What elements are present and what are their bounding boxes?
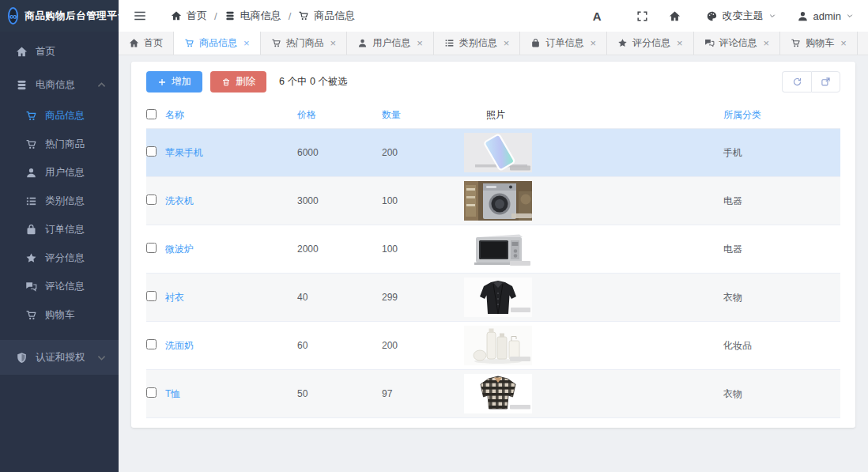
product-name-link[interactable]: 苹果手机 xyxy=(165,147,203,158)
product-name-link[interactable]: T恤 xyxy=(165,388,180,399)
tab-close-icon[interactable]: × xyxy=(840,38,847,48)
theme-dropdown[interactable]: 改变主题 xyxy=(706,9,776,23)
product-photo-microwave xyxy=(464,229,532,269)
row-checkbox[interactable] xyxy=(146,243,157,253)
user-icon xyxy=(797,10,809,22)
fullscreen-button[interactable] xyxy=(636,10,648,22)
breadcrumb-separator: / xyxy=(214,10,217,22)
hamburger-icon[interactable] xyxy=(133,9,147,23)
tab-hot-products[interactable]: 热门商品× xyxy=(261,32,348,55)
breadcrumb: 首页/电商信息/商品信息 xyxy=(171,9,355,23)
category-cell: 电器 xyxy=(701,225,840,274)
cart-icon xyxy=(791,38,801,48)
product-photo-washing-machine xyxy=(464,181,532,221)
tab-category-info[interactable]: 类别信息× xyxy=(434,32,521,55)
sidebar-section-auth[interactable]: 认证和授权 xyxy=(0,340,119,375)
product-table-body: 苹果手机6000200手机洗衣机3000100电器微波炉2000100电器衬衣4… xyxy=(146,129,840,418)
column-header-qty[interactable]: 数量 xyxy=(382,102,464,129)
palette-icon xyxy=(706,10,718,22)
table-tools xyxy=(782,71,840,93)
main-content: 增加 删除 6 个中 0 个被选 名称价格数量照片所属分类 苹果手机 xyxy=(119,55,868,472)
tab-order-info[interactable]: 订单信息× xyxy=(520,32,607,55)
fullscreen-icon xyxy=(636,10,648,22)
sidebar-item-home[interactable]: 首页 xyxy=(0,35,119,68)
product-photo-smartphone xyxy=(464,133,532,172)
refresh-icon xyxy=(792,77,802,87)
list-icon xyxy=(444,38,455,48)
sidebar-submenu-ecommerce-info: 商品信息热门商品用户信息类别信息订单信息评分信息评论信息购物车 xyxy=(0,101,119,329)
export-button[interactable] xyxy=(811,71,840,93)
cart-icon xyxy=(25,110,37,122)
product-name-link[interactable]: 洗衣机 xyxy=(165,195,194,206)
sidebar-item-user-info[interactable]: 用户信息 xyxy=(0,158,119,187)
tab-user-info[interactable]: 用户信息× xyxy=(347,32,434,55)
breadcrumb-home[interactable]: 首页 xyxy=(171,9,207,23)
product-name-link[interactable]: 洗面奶 xyxy=(165,340,194,351)
sidebar-item-hot-products[interactable]: 热门商品 xyxy=(0,130,119,158)
category-cell: 衣物 xyxy=(701,274,840,322)
tab-close-icon[interactable]: × xyxy=(590,38,596,48)
sidebar-item-cart[interactable]: 购物车 xyxy=(0,300,119,329)
topbar-right: A 改变主题 admin xyxy=(593,9,854,23)
refresh-button[interactable] xyxy=(782,71,811,93)
user-icon xyxy=(25,167,37,179)
qty-cell: 299 xyxy=(382,274,464,322)
product-photo-cleanser xyxy=(464,326,532,365)
product-table: 名称价格数量照片所属分类 苹果手机6000200手机洗衣机3000100电器微波… xyxy=(146,102,840,418)
checkbox-cell xyxy=(146,322,165,370)
tab-close-icon[interactable]: × xyxy=(677,38,683,48)
delete-button[interactable]: 删除 xyxy=(210,71,266,93)
list-icon xyxy=(25,195,37,207)
row-checkbox[interactable] xyxy=(146,387,157,398)
column-header-price[interactable]: 价格 xyxy=(297,102,382,129)
category-cell: 手机 xyxy=(701,129,840,177)
font-size-tool[interactable]: A xyxy=(593,9,602,23)
home-icon xyxy=(669,10,681,22)
selection-count-text: 6 个中 0 个被选 xyxy=(279,75,348,89)
tab-cart[interactable]: 购物车× xyxy=(780,32,858,55)
qty-cell: 100 xyxy=(382,225,464,274)
toolbar: 增加 删除 6 个中 0 个被选 xyxy=(146,71,840,93)
row-checkbox[interactable] xyxy=(146,194,157,205)
product-photo-black-shirt xyxy=(464,278,532,317)
product-name-link[interactable]: 衬衣 xyxy=(165,292,184,303)
sidebar-item-category-info[interactable]: 类别信息 xyxy=(0,187,119,215)
bag-icon xyxy=(530,38,541,48)
qty-cell: 200 xyxy=(382,129,464,177)
column-header-name[interactable]: 名称 xyxy=(165,102,297,129)
row-checkbox[interactable] xyxy=(146,339,157,349)
tab-close-icon[interactable]: × xyxy=(330,38,337,48)
tab-comment-info[interactable]: 评论信息× xyxy=(694,32,781,55)
tab-product-info[interactable]: 商品信息× xyxy=(174,32,261,55)
cart-icon xyxy=(25,138,37,150)
column-header-photo: 照片 xyxy=(464,102,701,129)
row-checkbox[interactable] xyxy=(146,291,157,301)
tab-rating-info[interactable]: 评分信息× xyxy=(607,32,694,55)
breadcrumb-product-info[interactable]: 商品信息 xyxy=(298,9,355,23)
sidebar-item-rating-info[interactable]: 评分信息 xyxy=(0,244,119,272)
user-dropdown[interactable]: admin xyxy=(797,10,854,22)
chev-up-icon xyxy=(96,79,108,91)
row-checkbox[interactable] xyxy=(146,146,157,157)
breadcrumb-ecommerce-info[interactable]: 电商信息 xyxy=(225,9,281,23)
sidebar-section-ecommerce-info[interactable]: 电商信息 xyxy=(0,68,119,101)
sidebar-item-product-info[interactable]: 商品信息 xyxy=(0,101,119,130)
select-all-checkbox[interactable] xyxy=(146,109,157,119)
cart-icon xyxy=(25,309,37,321)
tab-close-icon[interactable]: × xyxy=(417,38,423,48)
plus-icon xyxy=(157,77,167,87)
chevron-down-icon xyxy=(768,12,776,20)
sidebar-item-order-info[interactable]: 订单信息 xyxy=(0,215,119,244)
sidebar-item-comment-info[interactable]: 评论信息 xyxy=(0,272,119,300)
checkbox-cell xyxy=(146,177,165,225)
tab-home[interactable]: 首页 xyxy=(119,32,174,55)
product-name-link[interactable]: 微波炉 xyxy=(165,244,194,255)
qty-cell: 97 xyxy=(382,370,464,418)
add-button[interactable]: 增加 xyxy=(146,71,202,93)
column-header-category[interactable]: 所属分类 xyxy=(701,102,840,129)
tab-close-icon[interactable]: × xyxy=(764,38,770,48)
tab-close-icon[interactable]: × xyxy=(504,38,510,48)
tab-close-icon[interactable]: × xyxy=(243,38,250,48)
username: admin xyxy=(813,10,841,22)
home-button[interactable] xyxy=(669,10,681,22)
